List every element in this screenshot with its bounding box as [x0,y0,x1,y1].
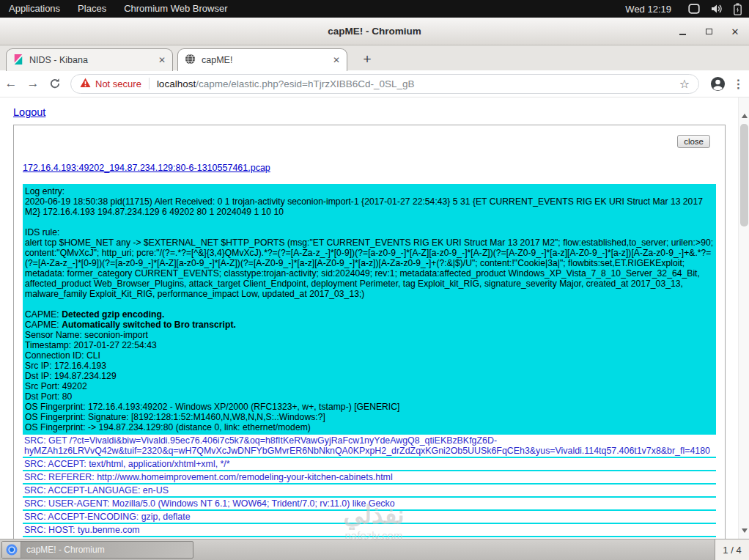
src-transcript: SRC: GET /?ct=Vivaldi&biw=Vivaldi.95ec76… [23,435,716,539]
taskbar-window-button[interactable]: capME! - Chromium [1,541,193,559]
scrollbar[interactable] [738,97,749,539]
transcript-field: Connection ID: CLI [25,350,714,361]
window-titlebar: capME! - Chromium ✕ [0,18,749,45]
capme-note: CAPME: Automatically switched to Bro tra… [25,320,714,330]
volume-icon[interactable] [711,3,723,15]
display-icon[interactable] [688,4,700,14]
logout-link[interactable]: Logout [13,106,45,118]
desktop: Applications Places Chromium Web Browser… [0,0,749,560]
url-path[interactable]: /capme/elastic.php?esid=hTjrzXIBB6Cd-_0S… [196,78,414,89]
browser-menu-icon[interactable]: ⋮ [728,77,749,91]
transcript-field: Dst IP: 194.87.234.129 [25,371,714,381]
tab-capme[interactable]: capME! ✕ [177,48,347,71]
window-controls: ✕ [677,18,740,45]
address-bar[interactable]: Not secure localhost/capme/elastic.php?e… [70,74,699,94]
transcript: Log entry: 2020-06-19 18:50:38 pid(11715… [23,184,716,539]
panel-status-area: Wed 12:19 [625,3,749,15]
chromium-icon [2,542,21,558]
reload-button[interactable] [44,78,66,89]
capme-note: CAPME: Detected gzip encoding. [25,309,714,320]
tab-label: NIDS - Kibana [29,55,154,65]
blank-line [25,299,714,309]
transcript-field: OS Fingerprint: Signature: [8192:128:1:5… [25,412,714,422]
profile-avatar-icon[interactable] [706,76,728,92]
battery-charging-icon[interactable] [734,3,742,15]
forward-button[interactable]: → [22,76,44,91]
scroll-down-icon[interactable] [739,526,749,536]
url-host[interactable]: localhost [157,78,196,89]
page-content: Logout close 172.16.4.193:49202_194.87.2… [0,97,749,539]
src-line: SRC: USER-AGENT: Mozilla/5.0 (Windows NT… [23,498,716,511]
window-title: capME! - Chromium [0,18,749,45]
current-app-menu[interactable]: Chromium Web Browser [115,0,236,18]
tab-label: capME! [202,55,328,65]
top-panel: Applications Places Chromium Web Browser… [0,0,749,18]
tab-close-icon[interactable]: ✕ [333,55,340,65]
minimize-button[interactable] [677,26,687,37]
transcript-field: Dst Port: 80 [25,391,714,402]
panel-menus: Applications Places Chromium Web Browser [0,0,237,18]
ids-rule-label: IDS rule: [25,227,714,237]
tab-close-icon[interactable]: ✕ [158,55,166,65]
transcript-panel: close 172.16.4.193:49202_194.87.234.129:… [13,125,726,539]
log-entry: 2020-06-19 18:50:38 pid(11715) Alert Rec… [25,196,714,217]
src-line: SRC: ACCEPT: text/html, application/xhtm… [23,458,716,471]
not-secure-label[interactable]: Not secure [95,78,141,89]
omnibox-divider [149,78,150,89]
blank-line [25,217,714,227]
not-secure-warning-icon[interactable] [80,78,91,90]
src-line: SRC: ACCEPT-ENCODING: gzip, deflate [23,511,716,524]
workspace-indicator[interactable]: 1 / 4 [715,539,749,560]
src-line: SRC: ACCEPT-LANGUAGE: en-US [23,485,716,498]
transcript-header: Log entry: 2020-06-19 18:50:38 pid(11715… [23,184,716,435]
transcript-field: Src Port: 49202 [25,381,714,391]
scroll-up-icon[interactable] [739,111,749,121]
back-button[interactable]: ← [0,76,22,91]
places-menu[interactable]: Places [69,0,115,18]
ids-rule: alert tcp $HOME_NET any -> $EXTERNAL_NET… [25,237,714,299]
transcript-field: OS Fingerprint: 172.16.4.193:49202 - Win… [25,402,714,412]
transcript-field: Src IP: 172.16.4.193 [25,361,714,371]
transcript-field: OS Fingerprint: -> 194.87.234.129:80 (di… [25,422,714,432]
tab-kibana[interactable]: NIDS - Kibana ✕ [6,48,173,71]
log-entry-label: Log entry: [25,186,714,196]
applications-menu[interactable]: Applications [0,0,69,18]
tab-strip: NIDS - Kibana ✕ capME! ✕ + [0,45,749,70]
transcript-field: Sensor Name: seconion-import [25,330,714,340]
browser-toolbar: ← → Not secure localhost/capme/elastic.p… [0,70,749,97]
transcript-field: Timestamp: 2017-01-27 22:54:43 [25,340,714,350]
globe-icon [185,54,196,67]
src-line: SRC: HOST: tyu.benme.com [23,524,716,537]
pcap-download-link[interactable]: 172.16.4.193:49202_194.87.234.129:80-6-1… [23,163,270,173]
clock[interactable]: Wed 12:19 [625,4,671,15]
taskbar: capME! - Chromium 1 / 4 [0,539,749,560]
close-window-button[interactable]: ✕ [730,26,740,37]
taskbar-window-label: capME! - Chromium [26,545,105,555]
bookmark-star-icon[interactable]: ☆ [679,77,690,91]
src-line: SRC: GET /?ct=Vivaldi&biw=Vivaldi.95ec76… [23,435,716,458]
maximize-button[interactable] [704,26,714,37]
src-line: SRC: REFERER: http://www.homeimprovement… [23,471,716,485]
close-transcript-button[interactable]: close [677,135,710,148]
scrollbar-thumb[interactable] [740,124,748,226]
kibana-icon [13,54,23,67]
new-tab-button[interactable]: + [358,51,377,68]
